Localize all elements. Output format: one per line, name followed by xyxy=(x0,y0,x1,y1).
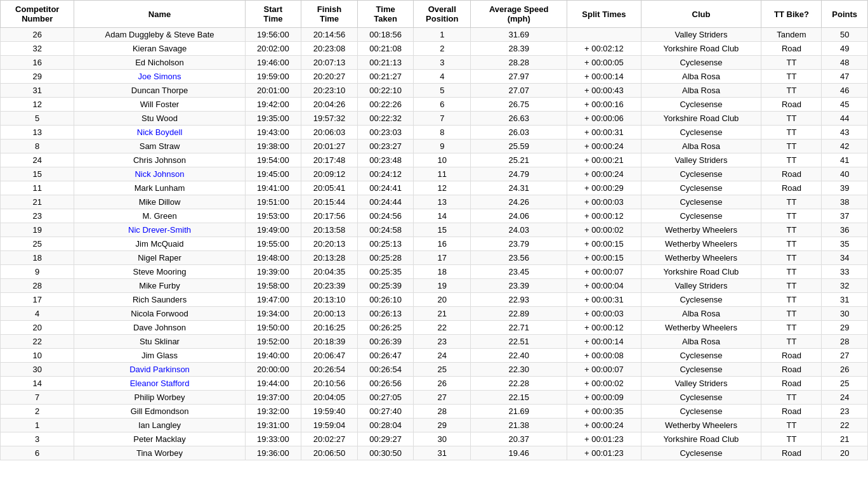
col-header-finish-time: FinishTime xyxy=(301,1,358,28)
cell-time-taken: 00:25:35 xyxy=(357,265,414,279)
cell-split-times: + 00:00:07 xyxy=(567,363,641,377)
cell-overall-position: 6 xyxy=(414,98,471,112)
cell-finish-time: 20:20:13 xyxy=(301,237,358,251)
cell-competitor-number: 21 xyxy=(1,195,74,209)
cell-avg-speed: 27.97 xyxy=(471,70,567,84)
table-row: 19Nic Drever-Smith19:49:0020:13:5800:24:… xyxy=(1,223,868,237)
cell-points: 20 xyxy=(822,446,868,460)
cell-start-time: 19:46:00 xyxy=(245,56,301,70)
cell-points: 28 xyxy=(822,335,868,349)
cell-avg-speed: 22.93 xyxy=(471,293,567,307)
cell-split-times: + 00:00:21 xyxy=(567,153,641,167)
cell-overall-position: 22 xyxy=(414,321,471,335)
cell-points: 29 xyxy=(822,321,868,335)
cell-overall-position: 11 xyxy=(414,167,471,181)
cell-start-time: 19:53:00 xyxy=(245,209,301,223)
cell-competitor-number: 32 xyxy=(1,42,74,56)
cell-finish-time: 20:23:08 xyxy=(301,42,358,56)
cell-overall-position: 24 xyxy=(414,349,471,363)
cell-start-time: 19:32:00 xyxy=(245,405,301,419)
cell-split-times: + 00:00:24 xyxy=(567,140,641,153)
cell-points: 37 xyxy=(822,209,868,223)
cell-start-time: 20:00:00 xyxy=(245,363,301,377)
cell-points: 42 xyxy=(822,140,868,153)
cell-overall-position: 29 xyxy=(414,419,471,432)
cell-finish-time: 20:06:50 xyxy=(301,446,358,460)
cell-time-taken: 00:24:58 xyxy=(357,223,414,237)
cell-competitor-number: 31 xyxy=(1,84,74,98)
cell-competitor-number: 8 xyxy=(1,140,74,153)
table-row: 26Adam Duggleby & Steve Bate19:56:0020:1… xyxy=(1,28,868,42)
cell-name: Jim Glass xyxy=(74,349,245,363)
cell-club: Cyclesense xyxy=(641,363,761,377)
cell-overall-position: 17 xyxy=(414,251,471,265)
table-row: 29Joe Simons19:59:0020:20:2700:21:27427.… xyxy=(1,70,868,84)
table-row: 9Steve Mooring19:39:0020:04:3500:25:3518… xyxy=(1,265,868,279)
cell-time-taken: 00:30:50 xyxy=(357,446,414,460)
cell-split-times: + 00:02:12 xyxy=(567,42,641,56)
cell-start-time: 19:49:00 xyxy=(245,223,301,237)
cell-name: Sam Straw xyxy=(74,140,245,153)
cell-name: Stu Wood xyxy=(74,112,245,126)
cell-avg-speed: 24.06 xyxy=(471,209,567,223)
cell-points: 33 xyxy=(822,265,868,279)
table-row: 10Jim Glass19:40:0020:06:4700:26:472422.… xyxy=(1,349,868,363)
table-row: 22Stu Sklinar19:52:0020:18:3900:26:39232… xyxy=(1,335,868,349)
cell-avg-speed: 22.40 xyxy=(471,349,567,363)
cell-time-taken: 00:25:39 xyxy=(357,279,414,293)
col-header-time-taken: TimeTaken xyxy=(357,1,414,28)
col-header-competitor-number: CompetitorNumber xyxy=(1,1,74,28)
cell-competitor-number: 1 xyxy=(1,419,74,432)
cell-split-times: + 00:00:31 xyxy=(567,126,641,140)
cell-name: Philip Worbey xyxy=(74,391,245,405)
cell-club: Alba Rosa xyxy=(641,140,761,153)
cell-points: 22 xyxy=(822,419,868,432)
cell-finish-time: 20:00:13 xyxy=(301,307,358,321)
cell-tt-bike: TT xyxy=(761,223,822,237)
cell-start-time: 20:02:00 xyxy=(245,42,301,56)
table-row: 28Mike Furby19:58:0020:23:3900:25:391923… xyxy=(1,279,868,293)
cell-competitor-number: 14 xyxy=(1,377,74,391)
cell-tt-bike: Tandem xyxy=(761,28,822,42)
cell-start-time: 19:35:00 xyxy=(245,112,301,126)
cell-tt-bike: TT xyxy=(761,70,822,84)
cell-club: Yorkshire Road Club xyxy=(641,112,761,126)
cell-finish-time: 20:23:10 xyxy=(301,84,358,98)
cell-start-time: 19:45:00 xyxy=(245,167,301,181)
cell-overall-position: 7 xyxy=(414,112,471,126)
cell-start-time: 19:31:00 xyxy=(245,419,301,432)
table-row: 21Mike Dillow19:51:0020:15:4400:24:44132… xyxy=(1,195,868,209)
cell-points: 30 xyxy=(822,307,868,321)
cell-split-times: + 00:00:07 xyxy=(567,265,641,279)
cell-start-time: 19:59:00 xyxy=(245,70,301,84)
cell-time-taken: 00:26:13 xyxy=(357,307,414,321)
cell-overall-position: 26 xyxy=(414,377,471,391)
cell-overall-position: 28 xyxy=(414,405,471,419)
table-row: 32Kieran Savage20:02:0020:23:0800:21:082… xyxy=(1,42,868,56)
cell-avg-speed: 24.03 xyxy=(471,223,567,237)
cell-overall-position: 15 xyxy=(414,223,471,237)
cell-time-taken: 00:26:47 xyxy=(357,349,414,363)
cell-avg-speed: 23.39 xyxy=(471,279,567,293)
cell-time-taken: 00:22:10 xyxy=(357,84,414,98)
cell-time-taken: 00:24:41 xyxy=(357,181,414,195)
cell-points: 47 xyxy=(822,70,868,84)
cell-time-taken: 00:21:27 xyxy=(357,70,414,84)
cell-name: Jim McQuaid xyxy=(74,237,245,251)
cell-finish-time: 20:23:39 xyxy=(301,279,358,293)
cell-tt-bike: TT xyxy=(761,140,822,153)
cell-competitor-number: 15 xyxy=(1,167,74,181)
cell-competitor-number: 16 xyxy=(1,56,74,70)
cell-points: 48 xyxy=(822,56,868,70)
cell-overall-position: 27 xyxy=(414,391,471,405)
cell-tt-bike: TT xyxy=(761,391,822,405)
cell-avg-speed: 26.03 xyxy=(471,126,567,140)
cell-avg-speed: 21.69 xyxy=(471,405,567,419)
cell-points: 25 xyxy=(822,377,868,391)
cell-name: Nick Johnson xyxy=(74,167,245,181)
cell-tt-bike: TT xyxy=(761,153,822,167)
col-header-split-times: Split Times xyxy=(567,1,641,28)
cell-tt-bike: TT xyxy=(761,112,822,126)
cell-club: Cyclesense xyxy=(641,56,761,70)
cell-name: Gill Edmondson xyxy=(74,405,245,419)
